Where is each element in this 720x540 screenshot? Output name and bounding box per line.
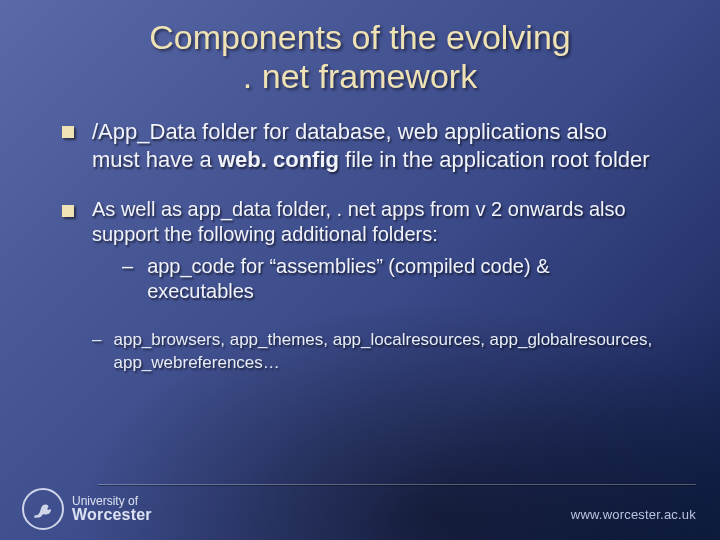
title-line-1: Components of the evolving xyxy=(149,18,570,56)
bullet-2-sub-2-text: app_browsers, app_themes, app_localresou… xyxy=(113,329,660,375)
footer-divider xyxy=(98,484,696,486)
bullet-2-sublist: – app_code for “assemblies” (compiled co… xyxy=(92,254,660,305)
title-line-2: . net framework xyxy=(243,57,477,95)
logo-text: University of Worcester xyxy=(72,495,152,524)
dash-bullet-icon: – xyxy=(92,329,101,375)
university-logo: University of Worcester xyxy=(22,488,152,530)
square-bullet-icon xyxy=(62,126,74,138)
bullet-1-bold: web. config xyxy=(218,147,339,172)
footer-url: www.worcester.ac.uk xyxy=(571,507,696,522)
logo-roundel-icon xyxy=(22,488,64,530)
bullet-2-text: As well as app_data folder, . net apps f… xyxy=(92,197,660,307)
swan-icon xyxy=(30,496,56,522)
logo-line-2: Worcester xyxy=(72,507,152,523)
bullet-1-text: /App_Data folder for database, web appli… xyxy=(92,118,660,174)
square-bullet-icon xyxy=(62,205,74,217)
bullet-2-sub-1: – app_code for “assemblies” (compiled co… xyxy=(122,254,660,305)
bullet-1-part-b: file in the application root folder xyxy=(339,147,650,172)
bullet-2-sub-2: – app_browsers, app_themes, app_localres… xyxy=(62,329,660,375)
bullet-2-sub-1-text: app_code for “assemblies” (compiled code… xyxy=(147,254,660,305)
bullet-2-main: As well as app_data folder, . net apps f… xyxy=(92,198,626,246)
slide-title: Components of the evolving . net framewo… xyxy=(0,0,720,96)
bullet-1: /App_Data folder for database, web appli… xyxy=(62,118,660,174)
bullet-2: As well as app_data folder, . net apps f… xyxy=(62,197,660,307)
slide-footer: University of Worcester www.worcester.ac… xyxy=(0,476,720,540)
dash-bullet-icon: – xyxy=(122,254,133,305)
slide-body: /App_Data folder for database, web appli… xyxy=(0,96,720,375)
